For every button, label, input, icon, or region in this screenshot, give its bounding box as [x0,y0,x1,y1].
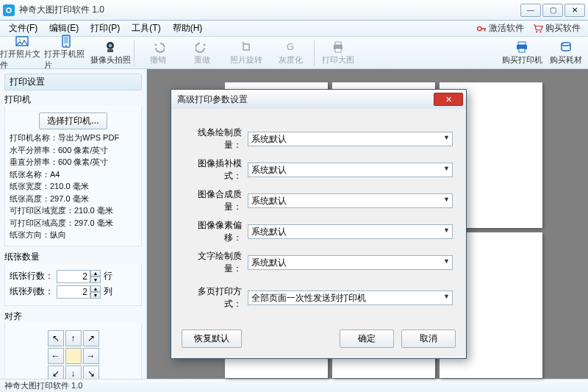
composite-label: 图像合成质量： [184,188,248,213]
menu-tools[interactable]: 工具(T) [126,21,166,36]
pixel-offset-combo[interactable]: ▼ [248,224,453,239]
interp-mode-label: 图像插补模式： [184,157,248,182]
menu-file[interactable]: 文件(F) [3,21,43,36]
printer-icon [331,40,345,54]
align-subheader: 对齐 [4,310,142,323]
tool-open-image[interactable]: 打开照片文件 [0,37,44,69]
cols-input[interactable] [57,285,90,299]
pages-subheader: 纸张数量 [4,251,142,263]
toolbar-separator [134,40,135,65]
tool-open-phone[interactable]: 打开手机照片 [44,37,88,69]
key-icon [476,24,487,34]
phone-icon [60,35,73,48]
svg-rect-19 [519,49,525,52]
align-tr[interactable]: ↗ [83,330,99,346]
svg-rect-11 [107,49,113,52]
rotate-icon [240,40,253,54]
svg-rect-12 [243,44,249,50]
svg-rect-15 [335,42,341,45]
camera-icon [104,40,117,54]
gray-icon: G [284,40,297,54]
tool-print-big[interactable]: 打印大图 [316,37,360,69]
printer-info: 打印机名称：导出为WPS PDF 水平分辨率：600 像素/英寸 垂直分辨率：6… [10,132,137,241]
cols-unit: 列 [104,285,112,298]
printer-subheader: 打印机 [4,93,142,106]
cancel-button[interactable]: 取消 [401,329,456,348]
tool-rotate[interactable]: 照片旋转 [224,37,268,69]
dialog-title: 高级打印参数设置 [177,93,434,106]
image-icon [15,35,29,48]
maximize-button[interactable]: ▢ [542,4,563,17]
rows-input[interactable] [57,270,90,283]
close-button[interactable]: ✕ [564,4,585,17]
svg-point-8 [65,45,67,46]
alignment-grid: ↖ ↑ ↗ ← → ↙ ↓ ↘ [48,330,99,379]
toolbar: 打开照片文件 打开手机照片 摄像头拍照 撤销 重做 照片旋转 G 灰度化 打印大… [0,37,588,69]
multipage-label: 多页打印方式： [184,285,248,310]
statusbar: 神奇大图打印软件 1.0 [0,379,588,392]
sidebar: 打印设置 打印机 选择打印机... 打印机名称：导出为WPS PDF 水平分辨率… [0,69,147,379]
svg-point-0 [7,8,11,13]
rows-label: 纸张行数： [10,270,54,282]
svg-point-20 [562,42,570,45]
text-quality-combo[interactable]: ▼ [248,255,453,270]
svg-point-2 [536,31,537,32]
printer-shop-icon [515,40,528,54]
activate-label: 激活软件 [489,22,524,35]
select-printer-button[interactable]: 选择打印机... [39,113,107,129]
svg-point-10 [109,43,112,47]
align-br[interactable]: ↘ [83,366,99,379]
svg-rect-7 [64,37,68,43]
svg-point-1 [478,26,481,30]
rows-stepper[interactable]: ▲▼ [57,270,101,283]
text-quality-label: 文字绘制质量： [184,250,248,275]
tool-gray[interactable]: G 灰度化 [268,37,312,69]
tool-buy-printer[interactable]: 购买打印机 [500,37,544,69]
toolbar-separator [314,40,315,65]
cols-label: 纸张列数： [10,285,54,298]
menu-print[interactable]: 打印(P) [85,21,126,36]
align-l[interactable]: ← [48,348,64,364]
composite-combo[interactable]: ▼ [248,193,453,208]
tool-camera[interactable]: 摄像头拍照 [88,37,132,69]
tool-redo[interactable]: 重做 [180,37,224,69]
align-t[interactable]: ↑ [65,330,82,346]
cols-stepper[interactable]: ▲▼ [57,285,101,299]
activate-software[interactable]: 激活软件 [472,21,528,36]
redo-icon [196,40,209,54]
supplies-icon [559,40,573,54]
undo-icon [151,40,165,54]
cart-icon [533,24,543,34]
menubar: 文件(F) 编辑(E) 打印(P) 工具(T) 帮助(H) 激活软件 购买软件 [0,21,588,37]
app-icon [3,4,15,16]
align-c[interactable] [65,348,82,364]
window-title: 神奇大图打印软件 1.0 [19,4,520,16]
window-titlebar: 神奇大图打印软件 1.0 — ▢ ✕ [0,0,588,21]
align-tl[interactable]: ↖ [48,330,64,346]
interp-mode-combo[interactable]: ▼ [248,163,453,177]
buy-label: 购买软件 [545,22,581,35]
dialog-titlebar[interactable]: 高级打印参数设置 ✕ [171,90,466,109]
align-r[interactable]: → [83,348,99,364]
line-quality-combo[interactable]: ▼ [248,132,453,146]
align-b[interactable]: ↓ [65,366,82,379]
svg-rect-18 [518,42,526,45]
print-settings-header: 打印设置 [4,74,142,90]
multipage-combo[interactable]: ▼ [248,291,453,305]
tool-undo[interactable]: 撤销 [136,37,180,69]
svg-rect-16 [335,49,341,52]
menu-help[interactable]: 帮助(H) [167,21,209,36]
menu-edit[interactable]: 编辑(E) [43,21,85,36]
svg-point-5 [19,39,21,41]
buy-software[interactable]: 购买软件 [528,21,585,36]
minimize-button[interactable]: — [520,4,541,17]
tool-buy-supplies[interactable]: 购买耗材 [544,37,588,69]
svg-point-3 [539,31,541,32]
dialog-close-button[interactable]: ✕ [434,93,463,106]
restore-defaults-button[interactable]: 恢复默认 [182,329,242,348]
line-quality-label: 线条绘制质量： [184,126,248,152]
svg-text:G: G [287,41,294,52]
pixel-offset-label: 图像像素偏移： [184,219,248,244]
ok-button[interactable]: 确定 [340,329,394,348]
align-bl[interactable]: ↙ [48,366,64,379]
